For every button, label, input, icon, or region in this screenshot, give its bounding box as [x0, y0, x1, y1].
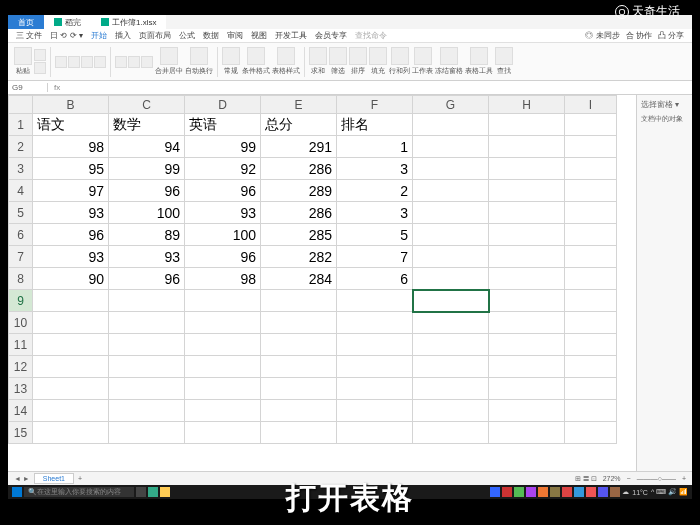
ribbon-underline-icon[interactable] — [94, 56, 106, 68]
cell-H10[interactable] — [489, 312, 565, 334]
cell-D11[interactable] — [185, 334, 261, 356]
cell-C9[interactable] — [109, 290, 185, 312]
cell-E10[interactable] — [261, 312, 337, 334]
titlebar-tab-doc1[interactable]: 稻完 — [44, 15, 91, 29]
cell-I5[interactable] — [565, 202, 617, 224]
cell-F15[interactable] — [337, 422, 413, 444]
cell-I13[interactable] — [565, 378, 617, 400]
cell-G3[interactable] — [413, 158, 489, 180]
cell-F2[interactable]: 1 — [337, 136, 413, 158]
cell-D8[interactable]: 98 — [185, 268, 261, 290]
cell-I1[interactable] — [565, 114, 617, 136]
menu-view[interactable]: 视图 — [251, 30, 267, 41]
spreadsheet-grid[interactable]: BCDEFGHI1语文数学英语总分排名298949929113959992286… — [8, 95, 617, 444]
cell-I11[interactable] — [565, 334, 617, 356]
cell-D1[interactable]: 英语 — [185, 114, 261, 136]
cell-C5[interactable]: 100 — [109, 202, 185, 224]
cell-G7[interactable] — [413, 246, 489, 268]
col-header-H[interactable]: H — [489, 96, 565, 114]
row-header-13[interactable]: 13 — [9, 378, 33, 400]
menu-dev[interactable]: 开发工具 — [275, 30, 307, 41]
cell-G5[interactable] — [413, 202, 489, 224]
row-header-14[interactable]: 14 — [9, 400, 33, 422]
cell-D12[interactable] — [185, 356, 261, 378]
cell-H14[interactable] — [489, 400, 565, 422]
cell-F7[interactable]: 7 — [337, 246, 413, 268]
ribbon-align-c-icon[interactable] — [128, 56, 140, 68]
col-header-F[interactable]: F — [337, 96, 413, 114]
cell-C15[interactable] — [109, 422, 185, 444]
name-box[interactable]: G9 — [8, 83, 48, 92]
cell-E2[interactable]: 291 — [261, 136, 337, 158]
cell-F5[interactable]: 3 — [337, 202, 413, 224]
ribbon-align-r-icon[interactable] — [141, 56, 153, 68]
cell-D14[interactable] — [185, 400, 261, 422]
cell-H1[interactable] — [489, 114, 565, 136]
cell-F3[interactable]: 3 — [337, 158, 413, 180]
cell-H12[interactable] — [489, 356, 565, 378]
cell-C3[interactable]: 99 — [109, 158, 185, 180]
cell-I12[interactable] — [565, 356, 617, 378]
cell-B7[interactable]: 93 — [33, 246, 109, 268]
cell-H7[interactable] — [489, 246, 565, 268]
cell-H15[interactable] — [489, 422, 565, 444]
cell-H2[interactable] — [489, 136, 565, 158]
menu-data[interactable]: 数据 — [203, 30, 219, 41]
fx-icon[interactable]: fx — [48, 83, 66, 92]
menu-review[interactable]: 审阅 — [227, 30, 243, 41]
cell-H6[interactable] — [489, 224, 565, 246]
col-header-B[interactable]: B — [33, 96, 109, 114]
titlebar-tab-workbook[interactable]: 工作簿1.xlsx — [91, 15, 166, 29]
cell-C7[interactable]: 93 — [109, 246, 185, 268]
cell-G4[interactable] — [413, 180, 489, 202]
cell-G8[interactable] — [413, 268, 489, 290]
col-header-G[interactable]: G — [413, 96, 489, 114]
cell-B9[interactable] — [33, 290, 109, 312]
cell-B5[interactable]: 93 — [33, 202, 109, 224]
cell-C10[interactable] — [109, 312, 185, 334]
menu-sync[interactable]: ◎ 未同步 — [585, 30, 619, 41]
ribbon-cond-icon[interactable] — [247, 47, 265, 65]
cell-B4[interactable]: 97 — [33, 180, 109, 202]
cell-D5[interactable]: 93 — [185, 202, 261, 224]
cell-G2[interactable] — [413, 136, 489, 158]
row-header-7[interactable]: 7 — [9, 246, 33, 268]
cell-B15[interactable] — [33, 422, 109, 444]
cell-E9[interactable] — [261, 290, 337, 312]
row-header-10[interactable]: 10 — [9, 312, 33, 334]
cell-E5[interactable]: 286 — [261, 202, 337, 224]
cell-H5[interactable] — [489, 202, 565, 224]
cell-C11[interactable] — [109, 334, 185, 356]
menu-collab[interactable]: 合 协作 — [626, 30, 652, 41]
ribbon-sort-icon[interactable] — [349, 47, 367, 65]
row-header-8[interactable]: 8 — [9, 268, 33, 290]
ribbon-align-l-icon[interactable] — [115, 56, 127, 68]
cell-H3[interactable] — [489, 158, 565, 180]
cell-E11[interactable] — [261, 334, 337, 356]
cell-G9[interactable] — [413, 290, 489, 312]
cell-G11[interactable] — [413, 334, 489, 356]
cell-B10[interactable] — [33, 312, 109, 334]
cell-E6[interactable]: 285 — [261, 224, 337, 246]
ribbon-italic-icon[interactable] — [81, 56, 93, 68]
cell-E4[interactable]: 289 — [261, 180, 337, 202]
cell-F6[interactable]: 5 — [337, 224, 413, 246]
cell-D4[interactable]: 96 — [185, 180, 261, 202]
cell-H11[interactable] — [489, 334, 565, 356]
cell-G13[interactable] — [413, 378, 489, 400]
cell-C6[interactable]: 89 — [109, 224, 185, 246]
cell-B3[interactable]: 95 — [33, 158, 109, 180]
ribbon-wrap-icon[interactable] — [190, 47, 208, 65]
cell-F11[interactable] — [337, 334, 413, 356]
cell-E8[interactable]: 284 — [261, 268, 337, 290]
cell-I14[interactable] — [565, 400, 617, 422]
col-header-E[interactable]: E — [261, 96, 337, 114]
menu-share[interactable]: 凸 分享 — [658, 30, 684, 41]
row-header-5[interactable]: 5 — [9, 202, 33, 224]
ribbon-paste-icon[interactable] — [14, 47, 32, 65]
cell-E13[interactable] — [261, 378, 337, 400]
cell-C12[interactable] — [109, 356, 185, 378]
cell-B6[interactable]: 96 — [33, 224, 109, 246]
cell-G6[interactable] — [413, 224, 489, 246]
ribbon-merge-icon[interactable] — [160, 47, 178, 65]
